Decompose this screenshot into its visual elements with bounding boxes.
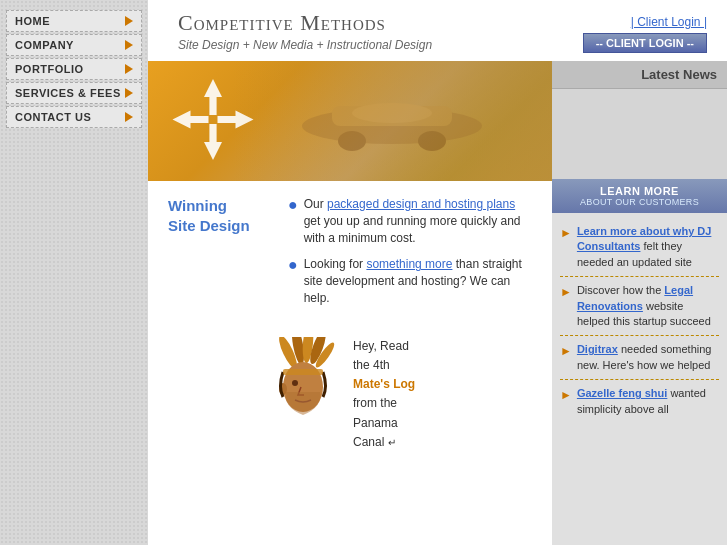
panama-line2: the 4th <box>353 358 390 372</box>
news-arrow-icon: ► <box>560 284 572 329</box>
learn-more-bottom: About Our Customers <box>560 197 719 207</box>
learn-more-banner: Learn More About Our Customers <box>552 179 727 213</box>
nav-arrow-icon <box>125 16 133 26</box>
bullet-dot-1: ● <box>288 194 298 246</box>
news-item-dj: ► Learn more about why DJ Consultants fe… <box>560 218 719 277</box>
panama-line6: Canal <box>353 435 384 449</box>
svg-marker-0 <box>204 79 222 115</box>
header: Competitive Methods Site Design + New Me… <box>148 0 727 61</box>
sidebar-item-label: Portfolio <box>15 63 84 75</box>
header-login-area: | Client Login | -- CLIENT LOGIN -- <box>583 15 707 53</box>
gazelle-link[interactable]: Gazelle feng shui <box>577 387 667 399</box>
nav-arrow-icon <box>125 40 133 50</box>
latest-news-header: Latest News <box>552 61 727 89</box>
bullet-item-2: ● Looking for something more than straig… <box>288 256 532 306</box>
svg-marker-2 <box>173 111 209 129</box>
svg-marker-1 <box>204 124 222 160</box>
sidebar-item-home[interactable]: Home <box>6 10 142 32</box>
sidebar-item-label: Contact Us <box>15 111 91 123</box>
winning-label: Winning Site Design <box>168 196 268 317</box>
sidebar-item-label: Services & Fees <box>15 87 121 99</box>
news-arrow-icon: ► <box>560 225 572 270</box>
news-image-placeholder <box>552 89 727 179</box>
svg-point-6 <box>418 131 446 151</box>
sidebar-item-label: Company <box>15 39 74 51</box>
panama-text: Hey, Read the 4th Mate's Log from the Pa… <box>353 337 415 452</box>
panama-line4: from the <box>353 396 397 410</box>
nav-arrow-icon <box>125 64 133 74</box>
nav-arrow-icon <box>125 88 133 98</box>
main-content: Competitive Methods Site Design + New Me… <box>148 0 727 545</box>
bullet-dot-2: ● <box>288 254 298 306</box>
panama-line5: Panama <box>353 416 398 430</box>
text-section: Winning Site Design ● Our packaged desig… <box>148 181 552 332</box>
right-sidebar: Latest News Learn More About Our Custome… <box>552 61 727 545</box>
packaged-plans-link[interactable]: packaged design and hosting plans <box>327 197 515 211</box>
client-login-button[interactable]: -- CLIENT LOGIN -- <box>583 33 707 53</box>
bullet-2-text: Looking for something more than straight… <box>304 256 532 306</box>
svg-point-15 <box>292 380 298 386</box>
news-item-legal: ► Discover how the Legal Renovations web… <box>560 277 719 336</box>
svg-point-8 <box>352 103 432 123</box>
svg-rect-17 <box>283 369 323 375</box>
site-title: Competitive Methods <box>178 10 432 36</box>
sidebar-item-company[interactable]: Company <box>6 34 142 56</box>
sidebar-item-portfolio[interactable]: Portfolio <box>6 58 142 80</box>
sidebar-item-services[interactable]: Services & Fees <box>6 82 142 104</box>
learn-more-top: Learn More <box>560 185 719 197</box>
digitrax-link[interactable]: Digitrax <box>577 343 618 355</box>
left-sidebar: Home Company Portfolio Services & Fees C… <box>0 0 148 545</box>
center-content: Winning Site Design ● Our packaged desig… <box>148 61 552 545</box>
news-item-gazelle: ► Gazelle feng shui wanted simplicity ab… <box>560 380 719 423</box>
nav-arrow-icon <box>125 112 133 122</box>
site-subtitle: Site Design + New Media + Instructional … <box>178 38 432 52</box>
header-branding: Competitive Methods Site Design + New Me… <box>178 10 432 52</box>
panama-section: Hey, Read the 4th Mate's Log from the Pa… <box>148 332 552 467</box>
race-car-graphic <box>292 91 492 151</box>
bullet-1-text: Our packaged design and hosting plans ge… <box>304 196 532 246</box>
native-american-illustration <box>268 337 338 422</box>
bullets-container: ● Our packaged design and hosting plans … <box>288 196 532 317</box>
news-items-list: ► Learn more about why DJ Consultants fe… <box>552 213 727 428</box>
sidebar-item-contact[interactable]: Contact Us <box>6 106 142 128</box>
bullet-item-1: ● Our packaged design and hosting plans … <box>288 196 532 246</box>
hero-banner <box>148 61 552 181</box>
body-row: Winning Site Design ● Our packaged desig… <box>148 61 727 545</box>
news-arrow-icon: ► <box>560 387 572 417</box>
mates-log-link[interactable]: Mate's Log <box>353 377 415 391</box>
news-arrow-icon: ► <box>560 343 572 373</box>
svg-point-5 <box>338 131 366 151</box>
news-item-digitrax: ► Digitrax needed something new. Here's … <box>560 336 719 380</box>
something-more-link[interactable]: something more <box>366 257 452 271</box>
client-login-link[interactable]: | Client Login | <box>631 15 707 29</box>
sidebar-item-label: Home <box>15 15 50 27</box>
panama-line1: Hey, Read <box>353 339 409 353</box>
panama-arrow-icon: ↵ <box>388 437 396 448</box>
